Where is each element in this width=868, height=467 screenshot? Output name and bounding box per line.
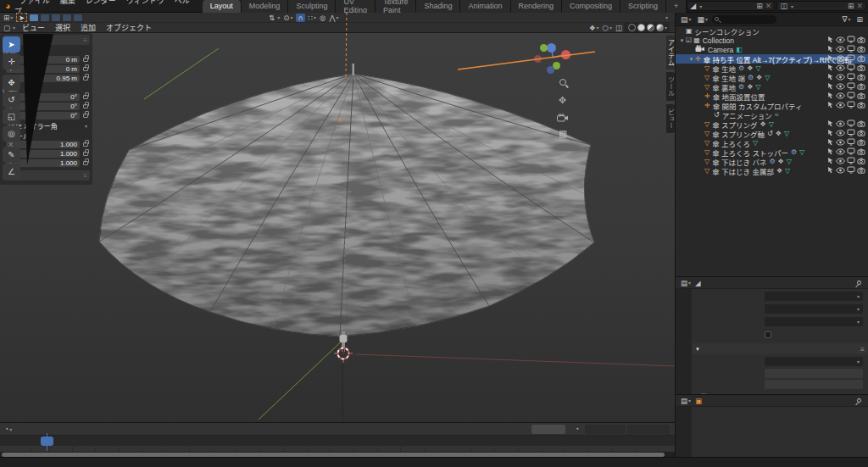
- hide-eye-icon[interactable]: [836, 167, 845, 175]
- shading-material-button[interactable]: [647, 24, 654, 31]
- pin-icon[interactable]: [856, 280, 862, 286]
- timeline-ruler[interactable]: [0, 435, 675, 446]
- selectable-icon[interactable]: [827, 129, 834, 138]
- lock-icon[interactable]: [83, 142, 88, 147]
- menu-0[interactable]: ファイル: [14, 0, 55, 5]
- selectable-icon[interactable]: [827, 157, 834, 166]
- engine-dropdown[interactable]: ▾: [765, 292, 863, 301]
- select-mode-circle[interactable]: [51, 14, 61, 22]
- gizmo-z-axis[interactable]: [547, 43, 556, 53]
- timeline-editor-icon[interactable]: ◔▾: [4, 425, 12, 433]
- snap-mode-dropdown[interactable]: ∷▾: [309, 14, 316, 22]
- selectable-icon[interactable]: [827, 101, 834, 110]
- tool-transform-button[interactable]: ◎: [3, 125, 20, 142]
- show-overlays-dropdown[interactable]: ⬡▾: [603, 24, 612, 32]
- workspace-tab-texture-paint[interactable]: Texture Paint: [376, 0, 417, 13]
- viewport-menu-2[interactable]: 追加: [75, 24, 101, 32]
- selectable-icon[interactable]: [827, 92, 834, 101]
- show-gizmo-dropdown[interactable]: ❖▾: [589, 24, 599, 32]
- mode-dropdown[interactable]: ▢ ▾: [3, 24, 15, 32]
- selectable-icon[interactable]: [827, 166, 834, 175]
- shading-solid-button[interactable]: [637, 24, 645, 31]
- hide-eye-icon[interactable]: [836, 158, 845, 166]
- selectable-icon[interactable]: [827, 45, 834, 54]
- tool-move-button[interactable]: ✥: [3, 75, 20, 91]
- workspace-tab-shading[interactable]: Shading: [416, 0, 460, 13]
- lock-icon[interactable]: [83, 95, 88, 99]
- outliner-row[interactable]: ↺アニメーション≈: [676, 110, 868, 120]
- hide-eye-icon[interactable]: [836, 46, 845, 54]
- render-samples-field[interactable]: [765, 369, 863, 378]
- workspace-tab-scripting[interactable]: Scripting: [620, 0, 666, 13]
- disable-render-icon[interactable]: [857, 102, 865, 110]
- disable-viewport-icon[interactable]: [847, 138, 855, 147]
- workspace-tab-rendering[interactable]: Rendering: [511, 0, 563, 13]
- outliner-row[interactable]: ▽傘 下はじき 金属部❖▽: [676, 166, 868, 175]
- disable-render-icon[interactable]: [857, 55, 865, 64]
- disable-viewport-icon[interactable]: [847, 64, 855, 73]
- outliner-row[interactable]: ▽傘 スプリング軸↺❖▽: [676, 129, 868, 138]
- hide-eye-icon[interactable]: [836, 102, 845, 110]
- outliner-row[interactable]: ▼✛傘 持ち手 位置 Alt→7(アクティブ)→RRで回転: [676, 54, 868, 64]
- gizmo-x-axis[interactable]: [561, 50, 570, 59]
- osl-checkbox[interactable]: [765, 331, 771, 338]
- workspace-tab-uv-editing[interactable]: UV Editing: [336, 0, 376, 13]
- active-tool-icon[interactable]: ➤: [16, 13, 27, 22]
- view-layer-selector[interactable]: ◫▾ ⊞ ✕: [776, 1, 866, 11]
- new-workspace-button[interactable]: +: [666, 0, 687, 13]
- viewport-3d[interactable]: ➤✛✥↺◱◎✎∠ ✥ ▦ ▼ ≡: [0, 33, 675, 422]
- integrator-dropdown[interactable]: ▾: [765, 357, 863, 366]
- outliner-row[interactable]: ▽傘 裏地⚙❖▽: [676, 82, 868, 92]
- selectable-icon[interactable]: [827, 147, 834, 157]
- selectable-icon[interactable]: [827, 82, 834, 92]
- proportional-edit-icon[interactable]: ◎: [320, 14, 326, 22]
- collection-checkbox[interactable]: ☑: [686, 36, 692, 44]
- xray-toggle[interactable]: ◫: [615, 24, 622, 32]
- outliner-search-input[interactable]: [712, 15, 776, 24]
- properties-editor-icon[interactable]: ▤▾: [681, 397, 691, 405]
- hide-eye-icon[interactable]: [836, 83, 845, 92]
- disable-viewport-icon[interactable]: [847, 147, 855, 157]
- disable-viewport-icon[interactable]: [847, 157, 855, 166]
- outliner-row[interactable]: Camera◧: [676, 45, 868, 54]
- filter-icon[interactable]: ∇▾: [842, 15, 850, 24]
- lock-icon[interactable]: [83, 114, 88, 118]
- outliner-row[interactable]: ▽傘 生地 端⚙❖▽: [676, 73, 868, 82]
- falloff-dropdown[interactable]: ⋀▾: [329, 14, 338, 22]
- frame-start-field[interactable]: [585, 425, 626, 434]
- selectable-icon[interactable]: [827, 54, 834, 64]
- disable-viewport-icon[interactable]: [847, 45, 855, 54]
- shading-rendered-button[interactable]: [656, 24, 664, 31]
- device-dropdown[interactable]: ▾: [765, 317, 863, 326]
- disable-render-icon[interactable]: [857, 64, 865, 73]
- pan-view-icon[interactable]: ✥: [559, 95, 566, 106]
- outliner-row[interactable]: ▽傘 下はじき バネ⚙❖▽: [676, 157, 868, 166]
- disable-render-icon[interactable]: [857, 36, 865, 45]
- current-frame-field[interactable]: [531, 425, 565, 434]
- disable-render-icon[interactable]: [857, 74, 865, 82]
- viewport-samples-field[interactable]: [765, 380, 863, 389]
- selectable-icon[interactable]: [827, 64, 834, 73]
- lock-icon[interactable]: [83, 104, 88, 108]
- properties-editor-icon[interactable]: ▤▾: [681, 279, 691, 287]
- tool-scale-button[interactable]: ◱: [3, 108, 20, 125]
- preview-range-icon[interactable]: ◔: [575, 425, 579, 433]
- disable-render-icon[interactable]: [857, 130, 865, 138]
- gizmo-y-neg-axis[interactable]: [540, 44, 548, 52]
- preset-icon[interactable]: ≡: [860, 345, 865, 353]
- scene-selector[interactable]: ◢▾ ⊞ ✕: [687, 1, 775, 11]
- outliner-row[interactable]: ▽傘 生地⚙❖▽: [676, 64, 868, 73]
- disable-viewport-icon[interactable]: [847, 166, 855, 175]
- hide-eye-icon[interactable]: [836, 130, 845, 138]
- disable-viewport-icon[interactable]: [847, 54, 855, 64]
- disable-render-icon[interactable]: [857, 83, 865, 92]
- disable-render-icon[interactable]: [857, 120, 865, 129]
- expand-icon[interactable]: ▼: [678, 38, 686, 43]
- outliner-row[interactable]: ▽傘 上ろくろ▽: [676, 138, 868, 147]
- workspace-tab-compositing[interactable]: Compositing: [562, 0, 620, 13]
- viewport-menu-3[interactable]: オブジェクト: [101, 24, 157, 32]
- sampling-panel-header[interactable]: ▼ ≡: [692, 343, 868, 354]
- shading-wireframe-button[interactable]: [628, 24, 636, 31]
- disable-viewport-icon[interactable]: [847, 73, 855, 82]
- lock-icon[interactable]: [83, 152, 88, 156]
